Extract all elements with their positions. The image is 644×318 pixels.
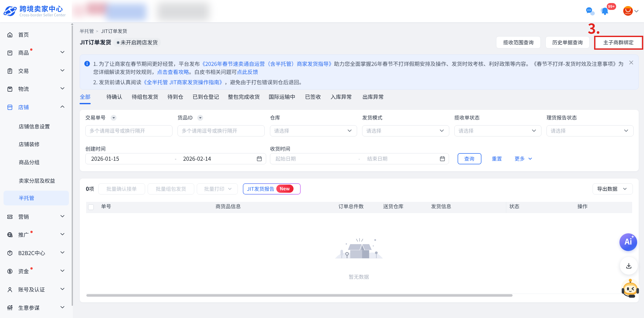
svg-text:AD: AD (10, 235, 12, 237)
svg-text:AliExpress: AliExpress (625, 13, 631, 14)
